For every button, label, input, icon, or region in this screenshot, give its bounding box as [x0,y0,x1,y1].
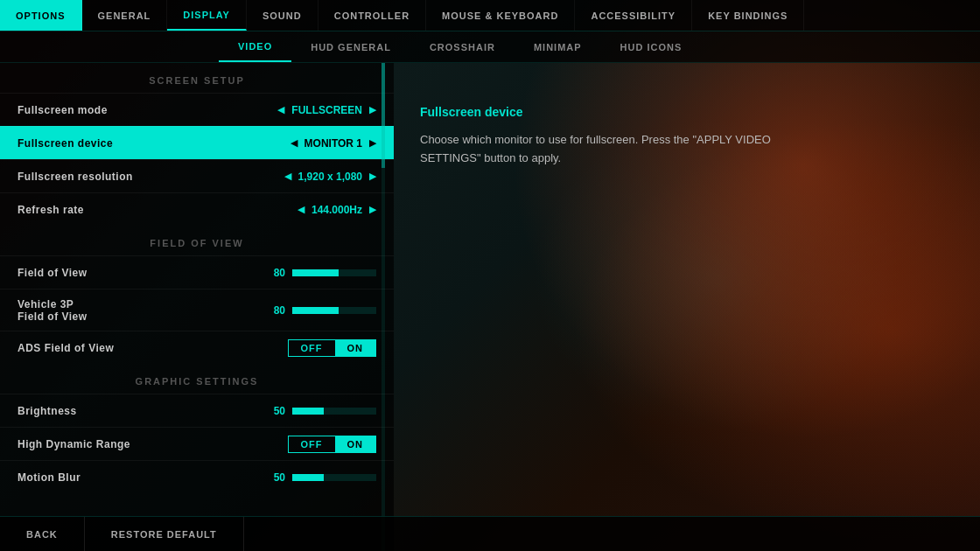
arrow-right-fullscreen-mode[interactable]: ▶ [369,104,376,115]
slider-vehicle-fov[interactable]: 80 [261,304,376,317]
toggle-ads-fov[interactable]: OFF ON [288,339,377,357]
value-fov: 80 [261,267,285,279]
top-nav: OPTIONS GENERAL DISPLAY SOUND CONTROLLER… [0,0,980,31]
row-refresh-rate[interactable]: Refresh rate ◀ 144.000Hz ▶ [0,192,394,226]
row-fullscreen-resolution[interactable]: Fullscreen resolution ◀ 1,920 x 1,080 ▶ [0,159,394,192]
slider-bar-brightness[interactable] [292,408,376,415]
arrow-left-fullscreen-resolution[interactable]: ◀ [284,171,291,182]
value-vehicle-fov: 80 [261,304,285,317]
row-vehicle-fov[interactable]: Vehicle 3P Field of View 80 [0,289,394,331]
bottom-bar: BACK RESTORE DEFAULT [0,516,980,551]
label-motion-blur: Motion Blur [18,471,261,484]
row-fov[interactable]: Field of View 80 [0,255,394,289]
toggle-ads-on[interactable]: ON [335,340,376,356]
slider-motion-blur[interactable]: 50 [261,471,376,484]
row-ads-fov[interactable]: ADS Field of View OFF ON [0,331,394,364]
info-text: Choose which monitor to use for fullscre… [420,131,788,168]
section-header-graphics: GRAPHIC SETTINGS [0,364,394,394]
value-brightness: 50 [261,405,285,417]
label-fullscreen-mode: Fullscreen mode [18,104,277,116]
tab-key-bindings[interactable]: KEY BINDINGS [692,0,804,31]
label-hdr: High Dynamic Range [18,438,288,450]
toggle-hdr[interactable]: OFF ON [288,436,377,453]
row-motion-blur[interactable]: Motion Blur 50 [0,460,394,493]
label-fullscreen-device: Fullscreen device [18,137,290,150]
slider-fov[interactable]: 80 [261,267,376,279]
arrow-right-fullscreen-resolution[interactable]: ▶ [369,171,376,182]
slider-bar-vehicle-fov[interactable] [292,307,376,314]
slider-brightness[interactable]: 50 [261,405,376,417]
tab-controller[interactable]: CONTROLLER [318,0,426,31]
subtab-video[interactable]: VIDEO [219,31,291,62]
value-refresh-rate: 144.000Hz [312,204,362,216]
label-ads-fov: ADS Field of View [18,342,288,354]
section-header-screen-setup: SCREEN SETUP [0,63,394,93]
value-fullscreen-resolution: 1,920 x 1,080 [298,171,362,183]
arrow-left-refresh-rate[interactable]: ◀ [298,204,304,215]
value-fullscreen-device: MONITOR 1 [304,137,362,150]
sub-nav: VIDEO HUD GENERAL CROSSHAIR MINIMAP HUD … [0,31,980,63]
slider-fill-brightness [292,408,324,415]
slider-fill-motion-blur [292,474,324,481]
tab-sound[interactable]: SOUND [247,0,318,31]
info-panel: Fullscreen device Choose which monitor t… [420,105,788,168]
arrow-left-fullscreen-mode[interactable]: ◀ [277,104,284,115]
value-fullscreen-mode: FULLSCREEN [291,104,362,116]
subtab-hud-icons[interactable]: HUD ICONS [601,31,702,62]
info-title: Fullscreen device [420,105,788,119]
tab-options[interactable]: OPTIONS [0,0,82,31]
tab-accessibility[interactable]: ACCESSIBILITY [575,0,692,31]
section-header-fov: FIELD OF VIEW [0,226,394,255]
subtab-crosshair[interactable]: CROSSHAIR [410,31,514,62]
tab-general[interactable]: GENERAL [82,0,168,31]
label-vehicle-fov: Vehicle 3P Field of View [18,298,261,323]
arrow-right-fullscreen-device[interactable]: ▶ [369,137,376,149]
arrow-left-fullscreen-device[interactable]: ◀ [290,137,298,149]
scroll-thumb[interactable] [382,63,385,168]
slider-bar-fov[interactable] [292,269,376,276]
toggle-ads-off[interactable]: OFF [289,340,335,356]
label-fullscreen-resolution: Fullscreen resolution [18,171,284,183]
row-hdr[interactable]: High Dynamic Range OFF ON [0,427,394,460]
subtab-minimap[interactable]: MINIMAP [514,31,601,62]
background-overlay [394,0,980,551]
label-refresh-rate: Refresh rate [18,204,298,216]
toggle-hdr-on[interactable]: ON [335,436,376,452]
restore-default-button[interactable]: RESTORE DEFAULT [85,517,244,551]
slider-bar-motion-blur[interactable] [292,474,376,481]
row-brightness[interactable]: Brightness 50 [0,394,394,427]
value-motion-blur: 50 [261,471,285,484]
slider-fill-vehicle-fov [292,307,339,314]
toggle-hdr-off[interactable]: OFF [289,436,335,452]
slider-fill-fov [292,269,339,276]
tab-display[interactable]: DISPLAY [167,0,247,31]
label-fov: Field of View [18,267,261,279]
tab-mouse-keyboard[interactable]: MOUSE & KEYBOARD [426,0,575,31]
settings-panel: SCREEN SETUP Fullscreen mode ◀ FULLSCREE… [0,63,394,551]
row-fullscreen-mode[interactable]: Fullscreen mode ◀ FULLSCREEN ▶ [0,93,394,126]
arrow-right-refresh-rate[interactable]: ▶ [369,204,376,215]
subtab-hud-general[interactable]: HUD GENERAL [291,31,410,62]
label-brightness: Brightness [18,405,261,417]
back-button[interactable]: BACK [0,517,85,551]
scrollbar[interactable] [382,63,385,551]
row-fullscreen-device[interactable]: Fullscreen device ◀ MONITOR 1 ▶ [0,126,394,159]
